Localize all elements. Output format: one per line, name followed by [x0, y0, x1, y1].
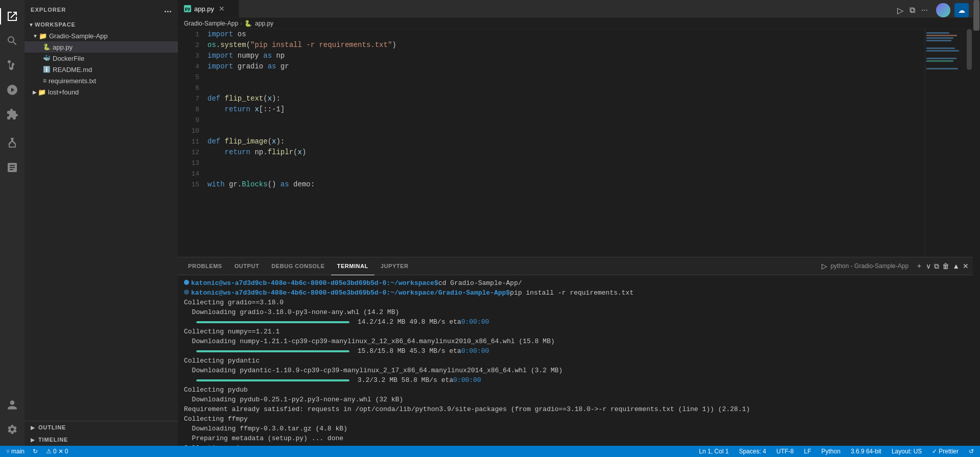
more-actions-btn[interactable]: ··· [919, 4, 930, 17]
tab-debug-console[interactable]: DEBUG CONSOLE [265, 257, 331, 275]
fn-flip-image: flip_image [225, 136, 268, 147]
breadcrumb-folder[interactable]: Gradio-Sample-App [184, 20, 238, 27]
tab-jupyter[interactable]: JUPYTER [375, 257, 415, 275]
status-layout[interactable]: Layout: US [890, 448, 924, 455]
status-refresh[interactable]: ↺ [967, 448, 976, 455]
testing-activity-icon[interactable] [0, 131, 25, 155]
kw-def-11: def [207, 136, 220, 147]
ln-6: 6 [182, 83, 199, 93]
git-activity-icon[interactable] [0, 53, 25, 78]
status-branch[interactable]: ⑂ main [4, 448, 27, 455]
tab-output[interactable]: OUTPUT [228, 257, 266, 275]
tab-problems-label: PROBLEMS [188, 263, 222, 269]
ln-3: 3 [182, 51, 199, 61]
sidebar-header: EXPLORER ... [25, 0, 178, 19]
kw-import-4: import [207, 61, 233, 72]
code-line-8: return x[::-1] [207, 104, 925, 115]
azure-icon[interactable]: ☁ [954, 3, 969, 17]
param-x-7: x [268, 93, 272, 104]
terminal-content[interactable]: katonic@ws-a7d3d9cb-408e-4b6c-8000-d05e3… [178, 275, 973, 446]
status-python-version[interactable]: 3.6.9 64-bit [849, 448, 883, 455]
search-activity-icon[interactable] [0, 29, 25, 53]
editor-vscroll-thumb[interactable] [967, 29, 972, 70]
status-left: ⑂ main ↻ ⚠ 0 ✕ 0 [4, 448, 70, 455]
settings-activity-icon[interactable] [0, 417, 25, 442]
plain-slice-8: [::-1] [259, 104, 285, 115]
ln-12: 12 [182, 147, 199, 158]
warning-icon: ✕ [58, 448, 63, 455]
account-activity-icon[interactable] [0, 393, 25, 417]
status-encoding[interactable]: UTF-8 [775, 448, 796, 455]
file-readme[interactable]: ℹ️ README.md [25, 64, 178, 75]
plain-open-12: ( [293, 147, 297, 158]
terminal-add-btn[interactable]: ＋ [916, 261, 923, 271]
right-scroll[interactable] [973, 0, 980, 446]
warning-count: 0 [65, 448, 68, 455]
term-cmd-1: cd Gradio-Sample-App/ [438, 278, 522, 288]
breadcrumb-file[interactable]: app.py [255, 20, 273, 27]
status-spaces[interactable]: Spaces: 4 [737, 448, 768, 455]
explorer-activity-icon[interactable] [0, 4, 25, 29]
tab-app-py[interactable]: py app.py ✕ [178, 0, 239, 17]
right-scroll-thumb[interactable] [973, 0, 979, 31]
editor-vscroll[interactable] [966, 29, 973, 257]
kw-def-7: def [207, 93, 220, 104]
sidebar-more-btn[interactable]: ... [164, 4, 172, 15]
extensions-activity-icon[interactable] [0, 102, 25, 127]
term-line-5: Collecting numpy==1.21.1 [184, 327, 967, 336]
tab-problems[interactable]: PROBLEMS [182, 257, 228, 275]
timeline-chevron: ▶ [31, 437, 35, 443]
file-requirements-label: requirements.txt [49, 77, 96, 85]
code-content[interactable]: import os os.system("pip install -r requ… [203, 29, 925, 257]
outline-chevron: ▶ [31, 425, 35, 430]
plain-close-12: ) [302, 147, 306, 158]
term-progress-label-1: 14.2/14.2 MB 49.8 MB/s eta [354, 317, 461, 327]
notebook-activity-icon[interactable] [0, 155, 25, 180]
term-progress-label-2: 15.8/15.8 MB 45.3 MB/s eta [354, 346, 461, 356]
plain-open-11: ( [268, 136, 272, 147]
status-language[interactable]: Python [820, 448, 843, 455]
plain-space-8 [250, 104, 254, 115]
workspace-header[interactable]: ▼ WORKSPACE [25, 19, 178, 30]
term-line-13: Downloading ffmpy-0.3.0.tar.gz (4.8 kB) [184, 424, 967, 434]
ln-9: 9 [182, 115, 199, 126]
term-progress-3: 3.2/3.2 MB 58.8 MB/s eta 0:00:00 [184, 375, 967, 385]
terminal-dropdown-btn[interactable]: ∨ [926, 262, 931, 270]
user-avatar[interactable] [936, 3, 950, 17]
file-requirements[interactable]: ≡ requirements.txt [25, 75, 178, 86]
file-app-py[interactable]: 🐍 app.py [25, 41, 178, 53]
code-line-3: import numpy as np [207, 51, 925, 61]
status-sync[interactable]: ↻ [31, 448, 40, 455]
kw-return-12: return [225, 147, 250, 158]
ln-14: 14 [182, 169, 199, 179]
outline-section[interactable]: ▶ OUTLINE [25, 421, 178, 434]
status-errors[interactable]: ⚠ 0 ✕ 0 [44, 448, 70, 455]
terminal-close-btn[interactable]: ✕ [963, 262, 969, 270]
term-progress-bar-2 [196, 350, 349, 352]
tab-close-btn[interactable]: ✕ [217, 4, 226, 13]
status-eol[interactable]: LF [802, 448, 813, 455]
terminal-split-btn[interactable]: ⧉ [934, 262, 939, 271]
lost-found-chevron: ▶ [33, 89, 37, 95]
timeline-section[interactable]: ▶ TIMELINE [25, 434, 178, 446]
workspace-label: WORKSPACE [35, 21, 76, 28]
ln-11: 11 [182, 136, 199, 147]
term-text-8: Downloading pydantic-1.10.9-cp39-cp39-ma… [184, 366, 563, 375]
term-text-7: Collecting pydantic [184, 356, 260, 366]
folder-gradio-sample-app[interactable]: ▼ 📁 Gradio-Sample-App [25, 30, 178, 41]
folder-lost-found[interactable]: ▶ 📁 lost+found [25, 86, 178, 98]
split-editor-btn[interactable]: ⧉ [907, 4, 917, 17]
status-prettier[interactable]: ✓ Prettier [930, 448, 961, 455]
sidebar-title: EXPLORER [31, 7, 66, 13]
code-line-13 [207, 158, 925, 169]
plain-np-12: np. [250, 147, 268, 158]
run-activity-icon[interactable] [0, 78, 25, 102]
terminal-maximize-btn[interactable]: ▲ [952, 262, 960, 270]
tab-terminal[interactable]: TERMINAL [331, 257, 375, 275]
run-btn[interactable]: ▷ [895, 4, 905, 17]
file-dockerfile[interactable]: 🐳 DockerFile [25, 53, 178, 64]
tab-jupyter-label: JUPYTER [381, 263, 409, 269]
plain-indent-12 [207, 147, 225, 158]
terminal-trash-btn[interactable]: 🗑 [942, 262, 949, 270]
status-ln-col[interactable]: Ln 1, Col 1 [697, 448, 731, 455]
